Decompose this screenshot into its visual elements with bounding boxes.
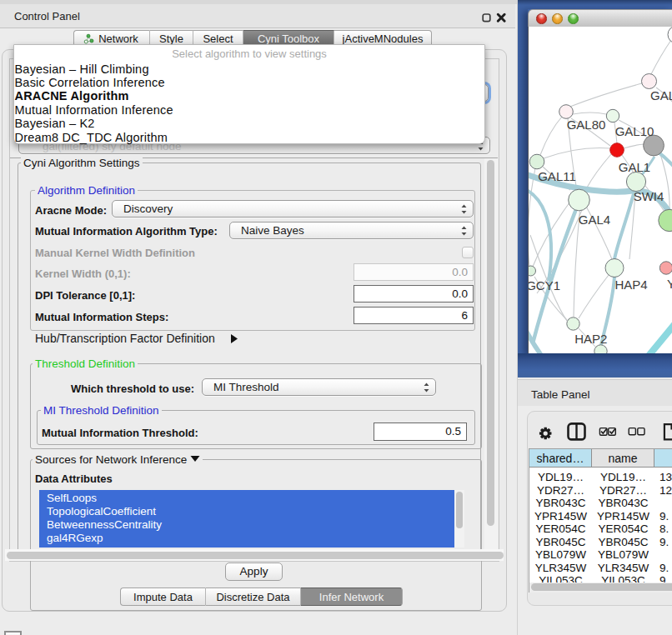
svg-text:GAL4: GAL4: [579, 212, 610, 227]
svg-text:GAL7: GAL7: [650, 88, 672, 102]
svg-text:SWI4: SWI4: [634, 189, 664, 203]
svg-text:YP: YP: [667, 277, 672, 291]
svg-text:GAL1: GAL1: [619, 160, 650, 174]
svg-text:GAL10: GAL10: [615, 124, 654, 138]
svg-text:GAL80: GAL80: [567, 118, 606, 132]
svg-text:GCY1: GCY1: [529, 278, 560, 292]
svg-text:HAP4: HAP4: [614, 278, 647, 292]
svg-text:HAP2: HAP2: [574, 332, 607, 346]
svg-text:GAL11: GAL11: [538, 169, 576, 183]
